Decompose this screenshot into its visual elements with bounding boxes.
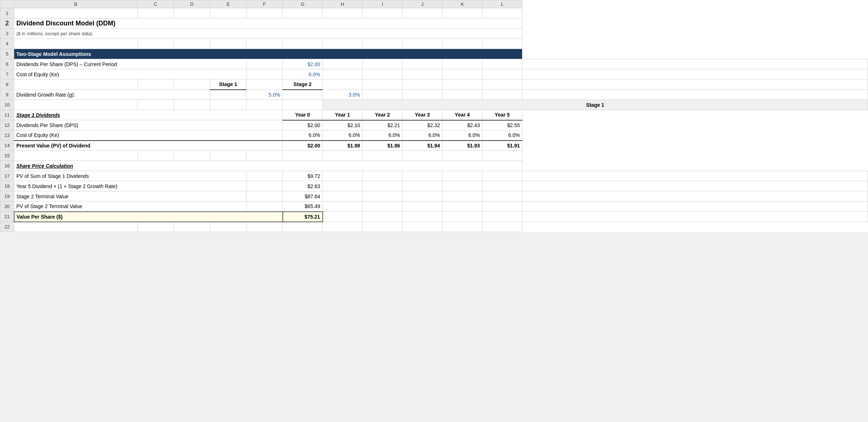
row-num-11: 11 [0, 110, 14, 120]
pv-sum-label: PV of Sum of Stage 1 Dividends [14, 171, 246, 181]
row-2: 2 Dividend Discount Model (DDM) [0, 19, 868, 29]
stage1-dividends-label: Stage 1 Dividends [14, 110, 283, 120]
row-6: 6 Dividends Per Share (DPS) – Current Pe… [0, 59, 868, 69]
assumptions-header: Two-Stage Model Assumptions [14, 49, 522, 59]
stage2-tv-value: $87.64 [283, 191, 323, 202]
pv-y2: $1.96 [363, 141, 403, 151]
col-header-g[interactable]: G [283, 0, 323, 8]
row-num-7: 7 [0, 69, 14, 80]
col-header-c[interactable]: C [138, 0, 174, 8]
row-4: 4 [0, 39, 868, 49]
col-header-b[interactable]: B [14, 0, 138, 8]
dps-y0: $2.00 [283, 120, 323, 130]
row-11: 11 Stage 1 Dividends Year 0 Year 1 Year … [0, 110, 868, 120]
ke-y5: 6.0% [482, 130, 522, 141]
subtitle: ($ in millions, except per share data) [14, 29, 522, 39]
ke-value: 6.0% [283, 69, 323, 80]
pv-stage2-value: $65.49 [283, 202, 323, 212]
row-num-10: 10 [0, 100, 14, 110]
dps-y4: $2.43 [443, 120, 482, 130]
year1-header: Year 1 [323, 110, 363, 120]
col-header-l[interactable]: L [482, 0, 522, 8]
row-num-15: 15 [0, 151, 14, 161]
row-3: 3 ($ in millions, except per share data) [0, 29, 868, 39]
row-21: 21 Value Per Share ($) $75.21 [0, 212, 868, 222]
stage2-tv-label: Stage 2 Terminal Value [14, 191, 246, 202]
value-per-share-value: $75.21 [283, 212, 323, 222]
pv-stage2-label: PV of Stage 2 Terminal Value [14, 202, 246, 212]
pv-y5: $1.91 [482, 141, 522, 151]
yr5-div-value: $2.63 [283, 181, 323, 191]
dgr-stage2: 3.0% [323, 90, 363, 100]
ke-label: Cost of Equity (Ke) [14, 69, 246, 80]
row-7: 7 Cost of Equity (Ke) 6.0% [0, 69, 868, 80]
col-header-k[interactable]: K [443, 0, 482, 8]
pv-y4: $1.93 [443, 141, 482, 151]
row-9: 9 Dividend Growth Rate (g): 5.0% 3.0% [0, 90, 868, 100]
row-num-14: 14 [0, 141, 14, 151]
row-num-1: 1 [0, 8, 14, 19]
year3-header: Year 3 [403, 110, 443, 120]
row-5: 5 Two-Stage Model Assumptions [0, 49, 868, 59]
sheet-table: B C D E F G H I J K L 1 [0, 0, 868, 232]
ke-y2: 6.0% [363, 130, 403, 141]
main-title: Dividend Discount Model (DDM) [14, 19, 522, 29]
row-12: 12 Dividends Per Share (DPS) $2.00 $2.10… [0, 120, 868, 130]
row-num-16: 16 [0, 161, 14, 171]
yr5-div-label: Year 5 Dividend × (1 + Stage 2 Growth Ra… [14, 181, 246, 191]
row-num-6: 6 [0, 59, 14, 69]
ke-row-label: Cost of Equity (Ke) [14, 130, 283, 141]
row-num-20: 20 [0, 202, 14, 212]
ke-y1: 6.0% [323, 130, 363, 141]
row-15: 15 [0, 151, 868, 161]
row-17: 17 PV of Sum of Stage 1 Dividends $9.72 [0, 171, 868, 181]
col-header-f[interactable]: F [246, 0, 283, 8]
dps-label: Dividends Per Share (DPS) – Current Peri… [14, 59, 246, 69]
col-header-e[interactable]: E [210, 0, 246, 8]
row-10: 10 Stage 1 [0, 100, 868, 110]
year2-header: Year 2 [363, 110, 403, 120]
row-20: 20 PV of Stage 2 Terminal Value $65.49 [0, 202, 868, 212]
stage1-label: Stage 1 [210, 80, 246, 90]
stage2-label: Stage 2 [283, 80, 323, 90]
corner-cell [0, 0, 14, 8]
dps-y2: $2.21 [363, 120, 403, 130]
value-per-share-label: Value Per Share ($) [14, 212, 283, 222]
row-num-22: 22 [0, 222, 14, 232]
row-num-21: 21 [0, 212, 14, 222]
row-num-2: 2 [0, 19, 14, 29]
col-header-d[interactable]: D [174, 0, 210, 8]
year4-header: Year 4 [443, 110, 482, 120]
col-header-h[interactable]: H [323, 0, 363, 8]
row-19: 19 Stage 2 Terminal Value $87.64 [0, 191, 868, 202]
dps-row-label: Dividends Per Share (DPS) [14, 120, 283, 130]
row-13: 13 Cost of Equity (Ke) 6.0% 6.0% 6.0% 6.… [0, 130, 868, 141]
row-num-19: 19 [0, 191, 14, 202]
row-num-18: 18 [0, 181, 14, 191]
col-header-i[interactable]: I [363, 0, 403, 8]
dps-y5: $2.55 [482, 120, 522, 130]
dps-value: $2.00 [283, 59, 323, 69]
pv-sum-value: $9.72 [283, 171, 323, 181]
dps-y3: $2.32 [403, 120, 443, 130]
row-num-8: 8 [0, 80, 14, 90]
row-22: 22 [0, 222, 868, 232]
spreadsheet: B C D E F G H I J K L 1 [0, 0, 868, 232]
row-num-9: 9 [0, 90, 14, 100]
row-num-17: 17 [0, 171, 14, 181]
pv-label: Present Value (PV) of Dividend [14, 141, 283, 151]
row-num-12: 12 [0, 120, 14, 130]
ke-y0: 6.0% [283, 130, 323, 141]
row-14: 14 Present Value (PV) of Dividend $2.00 … [0, 141, 868, 151]
row-8: 8 Stage 1 Stage 2 [0, 80, 868, 90]
col-header-j[interactable]: J [403, 0, 443, 8]
pv-y1: $1.98 [323, 141, 363, 151]
ke-y4: 6.0% [443, 130, 482, 141]
dgr-stage1: 5.0% [246, 90, 283, 100]
row-num-4: 4 [0, 39, 14, 49]
row-16: 16 Share Price Calculation [0, 161, 868, 171]
pv-y3: $1.94 [403, 141, 443, 151]
row-num-3: 3 [0, 29, 14, 39]
row-1: 1 [0, 8, 868, 19]
dgr-label: Dividend Growth Rate (g): [14, 90, 210, 100]
